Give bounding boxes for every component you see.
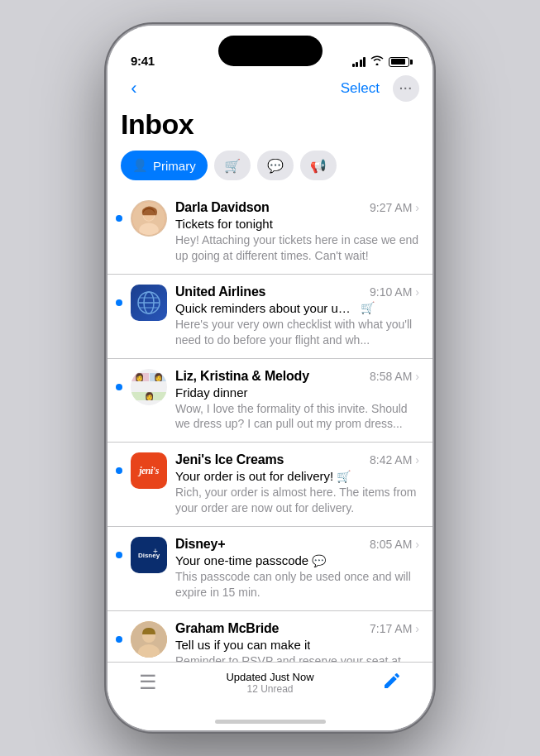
email-body: Darla Davidson 9:27 AM › Tickets for ton…: [175, 200, 419, 264]
app-content: ‹ Select ··· Inbox 👤 Primary 🛒 💬: [108, 26, 432, 730]
sender-name: Graham McBride: [175, 621, 279, 636]
compose-icon: [382, 671, 402, 696]
update-status: Updated Just Now: [226, 671, 313, 683]
email-item[interactable]: Graham McBride 7:17 AM › Tell us if you …: [108, 611, 432, 662]
wifi-icon: [370, 55, 384, 68]
email-subject: Friday dinner: [175, 385, 419, 400]
email-preview: Hey! Attaching your tickets here in case…: [175, 232, 419, 264]
chevron-right-icon: ›: [415, 453, 419, 467]
unread-indicator: [116, 552, 122, 558]
status-icons: [352, 55, 410, 68]
email-subject-text: Your order is out for delivery!: [175, 469, 333, 483]
email-preview: Reminder to RSVP and reserve your seat a…: [175, 653, 419, 662]
email-header: Jeni's Ice Creams 8:42 AM ›: [175, 452, 419, 467]
email-meta: 9:27 AM ›: [370, 201, 419, 214]
sender-name: Disney+: [175, 537, 225, 552]
battery-icon: [389, 57, 409, 67]
email-body: United Airlines 9:10 AM › Quick reminder…: [175, 285, 419, 348]
chevron-right-icon: ›: [415, 538, 419, 551]
email-item[interactable]: United Airlines 9:10 AM › Quick reminder…: [108, 275, 432, 359]
page-title: Inbox: [108, 108, 432, 151]
email-body: Liz, Kristina & Melody 8:58 AM › Friday …: [175, 369, 419, 433]
email-meta: 8:05 AM ›: [370, 538, 419, 551]
cart-icon: 🛒: [224, 158, 241, 174]
filter-tabs: 👤 Primary 🛒 💬 📢: [108, 151, 432, 190]
email-subject: Quick reminders about your upcoming... 🛒: [175, 301, 419, 315]
chevron-right-icon: ›: [415, 201, 419, 214]
chat-category-icon: 💬: [312, 554, 326, 567]
sender-name: United Airlines: [175, 285, 265, 299]
svg-text:+: +: [153, 547, 158, 556]
email-meta: 7:17 AM ›: [370, 622, 419, 635]
email-subject: Your one-time passcode 💬: [175, 553, 419, 567]
email-item[interactable]: 👩 👩 👩 Liz, Kristina & Melody 8:58 AM › F…: [108, 359, 432, 443]
email-time: 8:58 AM: [370, 370, 412, 383]
sender-name: Darla Davidson: [175, 200, 270, 215]
dynamic-island: [218, 36, 323, 66]
tab-shopping[interactable]: 🛒: [214, 151, 251, 180]
email-subject-text: Your one-time passcode: [175, 553, 308, 567]
email-subject: Your order is out for delivery! 🛒: [175, 469, 419, 483]
unread-indicator: [116, 636, 122, 643]
filter-button[interactable]: ☰: [108, 671, 189, 694]
email-time: 7:17 AM: [370, 622, 412, 635]
sender-name: Liz, Kristina & Melody: [175, 369, 309, 384]
email-meta: 8:58 AM ›: [370, 370, 419, 383]
avatar: [131, 621, 167, 658]
email-subject-text: Friday dinner: [175, 385, 248, 400]
avatar: 👩 👩 👩: [131, 369, 167, 405]
unread-indicator: [116, 384, 122, 390]
filter-icon: ☰: [139, 671, 157, 694]
email-header: Disney+ 8:05 AM ›: [175, 537, 419, 552]
jenis-logo: jeni's: [139, 465, 159, 477]
email-body: Jeni's Ice Creams 8:42 AM › Your order i…: [175, 452, 419, 516]
chevron-right-icon: ›: [415, 285, 419, 299]
avatar: [131, 285, 167, 321]
tab-promo[interactable]: 📢: [300, 151, 337, 180]
chat-icon: 💬: [267, 158, 284, 174]
back-chevron-icon: ‹: [131, 78, 136, 99]
email-subject-text: Tickets for tonight: [175, 217, 273, 231]
cart-category-icon: 🛒: [361, 301, 375, 314]
email-time: 9:27 AM: [370, 201, 412, 214]
unread-indicator: [116, 467, 122, 474]
chevron-right-icon: ›: [415, 622, 419, 635]
email-header: Darla Davidson 9:27 AM ›: [175, 200, 419, 215]
tab-chat[interactable]: 💬: [257, 151, 294, 180]
email-meta: 8:42 AM ›: [370, 453, 419, 467]
email-body: Disney+ 8:05 AM › Your one-time passcode…: [175, 537, 419, 600]
home-indicator: [215, 720, 326, 724]
status-area: Updated Just Now 12 Unread: [189, 671, 351, 695]
avatar: [131, 200, 167, 237]
email-time: 9:10 AM: [370, 285, 412, 299]
email-preview: This passcode can only be used once and …: [175, 569, 419, 600]
email-subject: Tell us if you can make it: [175, 638, 419, 652]
person-icon: 👤: [132, 158, 148, 173]
unread-count: 12 Unread: [246, 683, 293, 695]
signal-icon: [352, 57, 366, 67]
promo-icon: 📢: [310, 158, 327, 174]
compose-button[interactable]: [351, 671, 432, 696]
more-button[interactable]: ···: [393, 75, 419, 102]
unread-indicator: [116, 299, 122, 306]
email-item[interactable]: Disney + Disney+ 8:05 AM › Your one-time…: [108, 527, 432, 611]
select-button[interactable]: Select: [334, 77, 386, 100]
email-header: Liz, Kristina & Melody 8:58 AM ›: [175, 369, 419, 384]
email-preview: Here's your very own checklist with what…: [175, 317, 419, 348]
email-item[interactable]: Darla Davidson 9:27 AM › Tickets for ton…: [108, 190, 432, 275]
email-preview: Wow, I love the formality of this invite…: [175, 401, 419, 433]
phone-shell: 9:41 ‹: [108, 26, 432, 730]
email-list: Darla Davidson 9:27 AM › Tickets for ton…: [108, 190, 432, 662]
email-subject-text: Quick reminders about your upcoming...: [175, 301, 357, 315]
email-header: United Airlines 9:10 AM ›: [175, 285, 419, 299]
tab-primary-label: Primary: [153, 159, 196, 173]
back-button[interactable]: ‹: [121, 75, 147, 102]
tab-primary[interactable]: 👤 Primary: [121, 151, 208, 180]
avatar: jeni's: [131, 452, 167, 489]
status-time: 9:41: [131, 54, 155, 68]
cart-category-icon: 🛒: [337, 470, 351, 483]
email-item[interactable]: jeni's Jeni's Ice Creams 8:42 AM › Your …: [108, 443, 432, 527]
email-subject: Tickets for tonight: [175, 217, 419, 231]
chevron-right-icon: ›: [415, 370, 419, 383]
avatar: Disney +: [131, 537, 167, 573]
